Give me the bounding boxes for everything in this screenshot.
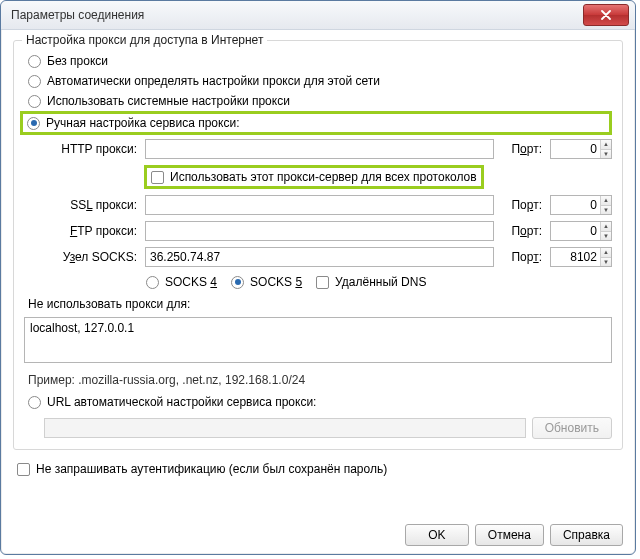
spin-up-icon[interactable]: ▲ — [601, 222, 611, 232]
spin-down-icon[interactable]: ▼ — [601, 206, 611, 215]
use-all-checkbox[interactable] — [151, 171, 164, 184]
socks5-label: SOCKS 5 — [250, 275, 302, 289]
ftp-proxy-input[interactable] — [145, 221, 494, 241]
spin-up-icon[interactable]: ▲ — [601, 196, 611, 206]
radio-icon — [28, 95, 41, 108]
socks4-label: SOCKS 4 — [165, 275, 217, 289]
close-button[interactable] — [583, 4, 629, 26]
checkbox-no-auth-row[interactable]: Не запрашивать аутентификацию (если был … — [13, 462, 623, 476]
port-label: Порт: — [500, 250, 544, 264]
radio-socks4[interactable]: SOCKS 4 — [146, 275, 217, 289]
http-port-input[interactable] — [551, 140, 600, 158]
refresh-button: Обновить — [532, 417, 612, 439]
spin-up-icon[interactable]: ▲ — [601, 248, 611, 258]
example-text: Пример: .mozilla-russia.org, .net.nz, 19… — [24, 371, 612, 389]
radio-label: Без прокси — [47, 54, 108, 68]
socks-port-input[interactable] — [551, 248, 600, 266]
ssl-port-spinner[interactable]: ▲▼ — [550, 195, 612, 215]
ftp-label: FTP прокси: — [24, 224, 139, 238]
radio-icon — [146, 276, 159, 289]
http-proxy-input[interactable] — [145, 139, 494, 159]
radio-no-proxy[interactable]: Без прокси — [24, 51, 612, 71]
no-proxy-textarea[interactable]: localhost, 127.0.0.1 — [24, 317, 612, 363]
http-port-spinner[interactable]: ▲▼ — [550, 139, 612, 159]
help-button[interactable]: Справка — [550, 524, 623, 546]
checkbox-icon — [316, 276, 329, 289]
radio-icon — [28, 75, 41, 88]
radio-icon — [231, 276, 244, 289]
checkbox-icon — [17, 463, 30, 476]
client-area: Настройка прокси для доступа в Интернет … — [1, 30, 635, 484]
dialog-window: Параметры соединения Настройка прокси дл… — [0, 0, 636, 555]
socks-label: Узел SOCKS: — [24, 250, 139, 264]
ssl-port-input[interactable] — [551, 196, 600, 214]
http-label: HTTP прокси: — [24, 142, 139, 156]
radio-system-proxy[interactable]: Использовать системные настройки прокси — [24, 91, 612, 111]
ftp-port-input[interactable] — [551, 222, 600, 240]
group-legend: Настройка прокси для доступа в Интернет — [22, 33, 267, 47]
port-label: Порт: — [500, 224, 544, 238]
radio-label: Автоматически определять настройки прокс… — [47, 74, 380, 88]
socks-port-spinner[interactable]: ▲▼ — [550, 247, 612, 267]
proxy-groupbox: Настройка прокси для доступа в Интернет … — [13, 40, 623, 450]
radio-icon — [28, 55, 41, 68]
ssl-label: SSL прокси: — [24, 198, 139, 212]
radio-manual-proxy[interactable]: Ручная настройка сервиса прокси: — [25, 116, 607, 130]
ssl-proxy-input[interactable] — [145, 195, 494, 215]
proxy-form: HTTP прокси: Порт: ▲▼ Использовать этот … — [24, 139, 612, 439]
remote-dns-label: Удалённый DNS — [335, 275, 426, 289]
radio-icon — [27, 117, 40, 130]
no-auth-label: Не запрашивать аутентификацию (если был … — [36, 462, 387, 476]
port-label: Порт: — [500, 142, 544, 156]
spin-down-icon[interactable]: ▼ — [601, 232, 611, 241]
window-title: Параметры соединения — [11, 8, 583, 22]
dialog-footer: OK Отмена Справка — [405, 524, 623, 546]
spin-down-icon[interactable]: ▼ — [601, 150, 611, 159]
close-icon — [601, 10, 611, 20]
socks-host-input[interactable] — [145, 247, 494, 267]
spin-down-icon[interactable]: ▼ — [601, 258, 611, 267]
no-proxy-label: Не использовать прокси для: — [24, 297, 612, 311]
radio-label: URL автоматической настройки сервиса про… — [47, 395, 316, 409]
radio-label: Ручная настройка сервиса прокси: — [46, 116, 239, 130]
titlebar: Параметры соединения — [1, 1, 635, 30]
radio-auto-url[interactable]: URL автоматической настройки сервиса про… — [24, 395, 612, 409]
auto-url-input — [44, 418, 526, 438]
spin-up-icon[interactable]: ▲ — [601, 140, 611, 150]
radio-socks5[interactable]: SOCKS 5 — [231, 275, 302, 289]
ftp-port-spinner[interactable]: ▲▼ — [550, 221, 612, 241]
ok-button[interactable]: OK — [405, 524, 469, 546]
checkbox-remote-dns[interactable]: Удалённый DNS — [316, 275, 426, 289]
highlight-manual: Ручная настройка сервиса прокси: — [20, 111, 612, 135]
radio-label: Использовать системные настройки прокси — [47, 94, 290, 108]
cancel-button[interactable]: Отмена — [475, 524, 544, 546]
radio-auto-detect[interactable]: Автоматически определять настройки прокс… — [24, 71, 612, 91]
radio-icon — [28, 396, 41, 409]
port-label: Порт: — [500, 198, 544, 212]
use-all-label: Использовать этот прокси-сервер для всех… — [170, 170, 477, 184]
highlight-use-all: Использовать этот прокси-сервер для всех… — [144, 165, 484, 189]
